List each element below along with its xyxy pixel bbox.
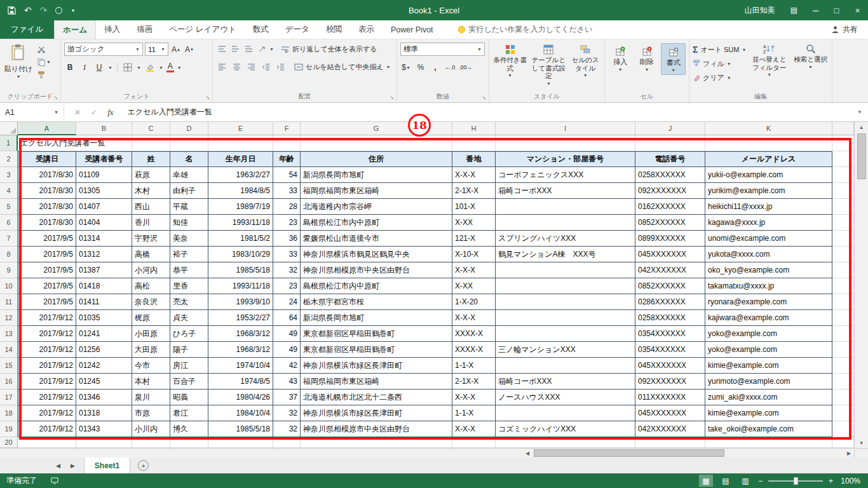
insert-function-button[interactable]: fx: [107, 107, 113, 118]
row-header-10[interactable]: 10: [0, 278, 18, 294]
cell-H5[interactable]: 101-X: [452, 199, 496, 215]
cell-K3[interactable]: yukii-o@example.com: [705, 167, 832, 183]
tab-insert[interactable]: 挿入: [96, 20, 128, 39]
cell-C9[interactable]: 小河内: [132, 262, 170, 278]
currency-format-button[interactable]: $▼: [400, 61, 412, 74]
find-select-button[interactable]: 検索と選択 ▼: [792, 43, 829, 83]
cut-button[interactable]: [37, 44, 51, 54]
cell-partial-9[interactable]: [832, 262, 854, 278]
cell-I4[interactable]: 箱崎コーポXXX: [496, 183, 635, 199]
cell-D1[interactable]: [170, 135, 208, 151]
cell-C13[interactable]: 小田原: [132, 326, 170, 342]
cell-A4[interactable]: 2017/8/30: [18, 183, 76, 199]
cell-E5[interactable]: 1989/7/19: [208, 199, 273, 215]
fill-color-button[interactable]: [144, 61, 156, 74]
cell-partial-18[interactable]: [832, 405, 854, 421]
cell-D3[interactable]: 幸雄: [170, 167, 208, 183]
cell-J16[interactable]: 092XXXXXXX: [635, 374, 705, 390]
cell-K11[interactable]: ryonara@example.com: [705, 294, 832, 310]
cell-D16[interactable]: 百合子: [170, 374, 208, 390]
cell-F7[interactable]: 36: [273, 231, 301, 247]
cell-partial-2[interactable]: [832, 151, 854, 167]
zoom-slider[interactable]: [768, 480, 823, 482]
cell-E14[interactable]: 1968/3/12: [208, 342, 273, 358]
cell-G10[interactable]: 島根県松江市内中原町: [301, 278, 452, 294]
cell-A16[interactable]: 2017/9/12: [18, 374, 76, 390]
cell-D15[interactable]: 房江: [170, 358, 208, 374]
tab-home[interactable]: ホーム: [54, 20, 96, 39]
cell-C11[interactable]: 奈良沢: [132, 294, 170, 310]
row-header-11[interactable]: 11: [0, 294, 18, 310]
cell-A17[interactable]: 2017/9/12: [18, 390, 76, 405]
cell-partial-5[interactable]: [832, 199, 854, 215]
paste-button[interactable]: 貼り付け ▼: [3, 43, 34, 79]
hscroll-track[interactable]: [532, 449, 844, 458]
cell-A14[interactable]: 2017/9/12: [18, 342, 76, 358]
cell-K18[interactable]: kimie@example.com: [705, 405, 832, 421]
cell-B11[interactable]: 01411: [76, 294, 132, 310]
number-format-combo[interactable]: 標準 ▼: [400, 43, 485, 56]
increase-font-size-button[interactable]: A▲: [170, 43, 182, 56]
format-painter-button[interactable]: [37, 70, 51, 79]
cell-C3[interactable]: 萩原: [132, 167, 170, 183]
zoom-out-button[interactable]: −: [758, 477, 763, 485]
cell-E3[interactable]: 1963/2/27: [208, 167, 273, 183]
cell-I2[interactable]: マンション・部屋番号: [496, 151, 635, 167]
cell-C20[interactable]: [132, 437, 170, 448]
cell-I13[interactable]: [496, 326, 635, 342]
cell-partial-8[interactable]: [832, 247, 854, 262]
cell-H14[interactable]: XXXX-X: [452, 342, 496, 358]
tell-me-box[interactable]: 実行したい作業を入力してください: [458, 20, 593, 39]
cell-partial-17[interactable]: [832, 390, 854, 405]
cell-J19[interactable]: 042XXXXXXX: [635, 421, 705, 437]
row-header-15[interactable]: 15: [0, 358, 18, 374]
decrease-decimal-button[interactable]: .00→: [459, 61, 473, 74]
percent-style-button[interactable]: %: [415, 61, 426, 74]
cell-partial-4[interactable]: [832, 183, 854, 199]
clear-button[interactable]: クリア ▼: [693, 72, 746, 83]
cell-D4[interactable]: 由利子: [170, 183, 208, 199]
cell-G17[interactable]: 北海道札幌市北区北十二条西: [301, 390, 452, 405]
cell-J7[interactable]: 0899XXXXXX: [635, 231, 705, 247]
cell-F5[interactable]: 28: [273, 199, 301, 215]
cell-K2[interactable]: メールアドレス: [705, 151, 832, 167]
cell-E1[interactable]: [208, 135, 273, 151]
cell-K20[interactable]: [705, 437, 832, 448]
cell-D6[interactable]: 知佳: [170, 215, 208, 231]
zoom-in-button[interactable]: +: [829, 477, 833, 485]
cell-E20[interactable]: [208, 437, 273, 448]
delete-cells-button[interactable]: 削除 ▼: [635, 43, 660, 75]
cell-J5[interactable]: 0162XXXXXX: [635, 199, 705, 215]
cell-B14[interactable]: 01256: [76, 342, 132, 358]
cell-F12[interactable]: 64: [273, 310, 301, 326]
fill-button[interactable]: フィル ▼: [693, 58, 746, 69]
cell-G9[interactable]: 神奈川県相模原市中央区由野台: [301, 262, 452, 278]
cell-G15[interactable]: 神奈川県横浜市緑区長津田町: [301, 358, 452, 374]
cell-A7[interactable]: 2017/9/5: [18, 231, 76, 247]
cell-partial-11[interactable]: [832, 294, 854, 310]
cell-J11[interactable]: 0286XXXXXX: [635, 294, 705, 310]
cell-J18[interactable]: 045XXXXXXX: [635, 405, 705, 421]
cell-K17[interactable]: zumi_aki@xxxx.com: [705, 390, 832, 405]
cell-partial-1[interactable]: [832, 135, 854, 151]
cell-C16[interactable]: 本村: [132, 374, 170, 390]
cell-I10[interactable]: [496, 278, 635, 294]
tab-data[interactable]: データ: [277, 20, 318, 39]
cell-J8[interactable]: 045XXXXXXX: [635, 247, 705, 262]
cell-partial-10[interactable]: [832, 278, 854, 294]
cell-C18[interactable]: 市原: [132, 405, 170, 421]
cell-G18[interactable]: 神奈川県横浜市緑区長津田町: [301, 405, 452, 421]
customize-qat-dropdown-icon[interactable]: ▼: [71, 8, 75, 13]
column-header-F[interactable]: F: [273, 122, 301, 135]
cell-H8[interactable]: X-10-X: [452, 247, 496, 262]
touch-mode-icon[interactable]: [55, 7, 62, 14]
cell-D17[interactable]: 昭義: [170, 390, 208, 405]
cell-A8[interactable]: 2017/9/5: [18, 247, 76, 262]
cell-A19[interactable]: 2017/9/12: [18, 421, 76, 437]
cell-B13[interactable]: 01241: [76, 326, 132, 342]
cell-A1[interactable]: エクセル入門受講者一覧: [18, 135, 76, 151]
cell-G4[interactable]: 福岡県福岡市東区箱崎: [301, 183, 452, 199]
cell-E4[interactable]: 1984/8/5: [208, 183, 273, 199]
cell-D2[interactable]: 名: [170, 151, 208, 167]
cell-G16[interactable]: 福岡県福岡市東区箱崎: [301, 374, 452, 390]
